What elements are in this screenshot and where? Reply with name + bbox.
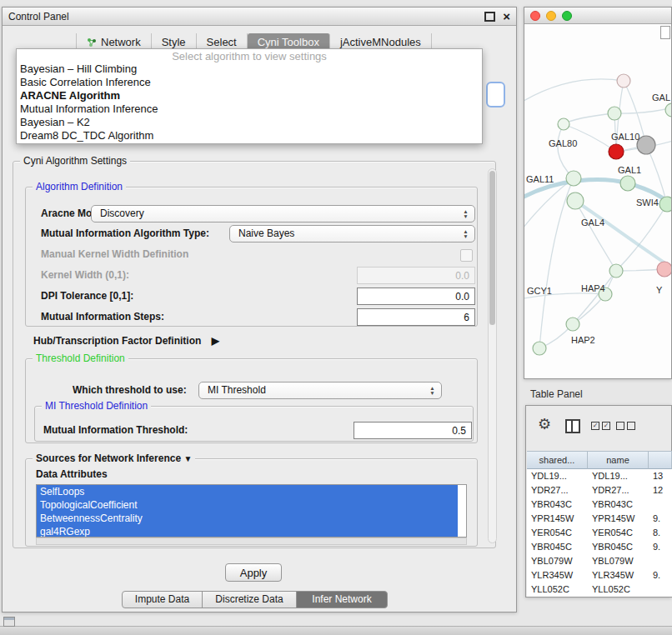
checked-box-icon: ✓ xyxy=(591,422,599,430)
algorithm-option[interactable]: Basic Correlation Inference xyxy=(17,76,482,89)
algorithm-option[interactable]: Bayesian – K2 xyxy=(17,116,482,129)
network-node[interactable] xyxy=(617,74,630,88)
dropdown-arrows-icon: ▲▼ xyxy=(459,209,472,218)
network-node-red[interactable] xyxy=(609,144,624,159)
table-cell: YLR345W xyxy=(588,568,649,582)
tab-discretize-data[interactable]: Discretize Data xyxy=(202,591,297,608)
algorithm-option-selected[interactable]: ARACNE Algorithm xyxy=(17,89,482,102)
scrollbar-thumb[interactable] xyxy=(489,171,495,325)
which-threshold-select[interactable]: MI Threshold ▲▼ xyxy=(198,382,442,399)
table-cell: YBR043C xyxy=(527,498,588,512)
network-graph: GAL80 GAL10 GAL GAL11 GAL1 SWI4 GAL4 GCY… xyxy=(524,24,671,378)
network-node[interactable] xyxy=(567,192,584,209)
panel-grip-icon[interactable] xyxy=(3,617,15,627)
attribute-item-selected[interactable]: BetweennessCentrality xyxy=(37,512,458,525)
network-node[interactable] xyxy=(608,107,621,120)
algorithm-definition-group: Algorithm Definition Aracne Mode: Discov… xyxy=(25,187,478,327)
mi-threshold-field[interactable]: 0.5 xyxy=(354,422,472,439)
column-header-shared-name[interactable]: shared... xyxy=(527,451,588,469)
data-attributes-label: Data Attributes xyxy=(36,466,108,483)
network-node[interactable] xyxy=(558,118,569,130)
hub-section-header[interactable]: Hub/Transcription Factor Definition ▶ xyxy=(33,332,219,350)
field-value: 6 xyxy=(464,312,469,323)
table-cell: YLR345W xyxy=(527,568,588,582)
column-header-name[interactable]: name xyxy=(588,451,649,469)
attribute-item-selected[interactable]: TopologicalCoefficient xyxy=(37,498,458,512)
table-cell: YER054C xyxy=(527,526,588,540)
selected-value: Discovery xyxy=(100,206,459,222)
network-node[interactable] xyxy=(665,103,671,117)
node-label: GAL11 xyxy=(526,174,554,184)
select-all-icon[interactable]: ✓ ✓ xyxy=(591,422,610,430)
network-node[interactable] xyxy=(566,171,581,186)
field-value: 0.5 xyxy=(452,425,466,437)
birdseye-box[interactable] xyxy=(660,26,670,39)
network-canvas[interactable]: GAL80 GAL10 GAL GAL11 GAL1 SWI4 GAL4 GCY… xyxy=(524,24,671,378)
table-row[interactable]: YER054C YER054C 8. xyxy=(527,526,672,540)
network-node[interactable] xyxy=(609,264,623,278)
algorithm-combo-button[interactable] xyxy=(486,82,505,108)
mi-threshold-definition-group: MI Threshold Definition Mutual Informati… xyxy=(34,406,474,442)
mi-type-select[interactable]: Naive Bayes ▲▼ xyxy=(229,225,475,242)
dpi-tolerance-field[interactable]: 0.0 xyxy=(357,288,475,305)
columns-icon[interactable] xyxy=(565,419,580,433)
table-row[interactable]: YDR27... YDR27... 12 xyxy=(527,483,672,498)
column-header-extra[interactable] xyxy=(649,451,672,469)
gear-icon[interactable]: ⚙ xyxy=(538,416,551,432)
attribute-item-selected[interactable]: gal4RGexp xyxy=(37,525,458,538)
node-label: GAL10 xyxy=(611,132,639,142)
dropdown-arrows-icon: ▲▼ xyxy=(459,229,472,238)
aracne-mode-select[interactable]: Discovery ▲▼ xyxy=(91,205,475,222)
mi-steps-field[interactable]: 6 xyxy=(357,308,475,326)
settings-scrollbar[interactable] xyxy=(488,168,497,543)
manual-kernel-label: Manual Kernel Width Definition xyxy=(41,246,188,263)
tab-impute-data[interactable]: Impute Data xyxy=(122,591,203,608)
sources-group: Sources for Network Inference ▼ Data Att… xyxy=(25,458,478,547)
algorithm-option[interactable]: Bayesian – Hill Climbing xyxy=(17,62,482,76)
mac-minimize-icon[interactable] xyxy=(546,11,556,21)
arrow-down-icon: ▼ xyxy=(463,214,468,219)
data-attributes-list[interactable]: SelfLoops TopologicalCoefficient Between… xyxy=(36,484,467,538)
table-row[interactable]: YPR145W YPR145W 9. xyxy=(527,512,672,526)
list-horizontal-scrollbar[interactable] xyxy=(36,538,467,545)
table-cell: YBR045C xyxy=(588,540,649,554)
algorithm-option[interactable]: Dream8 DC_TDC Algorithm xyxy=(17,129,482,142)
node-label: Y xyxy=(656,285,663,295)
network-node[interactable] xyxy=(533,342,546,355)
table-row[interactable]: YLL052C YLL052C xyxy=(527,582,672,597)
network-node[interactable] xyxy=(659,197,671,212)
which-threshold-label: Which threshold to use: xyxy=(73,382,187,399)
sources-header[interactable]: Sources for Network Inference ▼ xyxy=(33,452,195,465)
control-panel-titlebar[interactable]: Control Panel × xyxy=(3,8,516,26)
network-node[interactable] xyxy=(620,176,635,191)
table-cell: 8. xyxy=(649,526,672,540)
table-cell: YDR27... xyxy=(588,483,649,498)
table-cell: YBL079W xyxy=(588,554,649,568)
close-icon[interactable]: × xyxy=(503,11,510,22)
minimize-icon[interactable] xyxy=(484,12,495,22)
network-tab-icon xyxy=(87,38,97,48)
table-cell: 12 xyxy=(649,483,672,498)
tab-infer-network[interactable]: Infer Network xyxy=(296,591,388,608)
mac-close-icon[interactable] xyxy=(530,11,540,21)
attribute-item-selected[interactable]: SelfLoops xyxy=(37,485,458,498)
table-row[interactable]: YBR043C YBR043C xyxy=(527,498,672,512)
table-cell: YBL079W xyxy=(527,554,588,568)
apply-button[interactable]: Apply xyxy=(225,563,282,582)
network-node-gray[interactable] xyxy=(637,136,655,154)
selected-value: MI Threshold xyxy=(208,382,426,398)
table-cell: YDL19... xyxy=(527,469,588,483)
table-row[interactable]: YBL079W YBL079W xyxy=(527,554,672,568)
mac-zoom-icon[interactable] xyxy=(562,11,572,21)
group-title: MI Threshold Definition xyxy=(42,400,151,412)
deselect-all-icon[interactable] xyxy=(616,422,635,430)
table-row[interactable]: YBR045C YBR045C 9. xyxy=(527,540,672,554)
network-window-titlebar[interactable] xyxy=(524,8,671,24)
table-row[interactable]: YDL19... YDL19... 13 xyxy=(527,469,672,483)
algorithm-option[interactable]: Mutual Information Inference xyxy=(17,102,482,116)
network-node[interactable] xyxy=(566,318,579,331)
table-row[interactable]: YLR345W YLR345W 9. xyxy=(527,568,672,582)
arrow-down-icon: ▼ xyxy=(463,234,468,239)
checked-box-icon: ✓ xyxy=(602,422,610,430)
network-node-pink[interactable] xyxy=(657,262,671,277)
